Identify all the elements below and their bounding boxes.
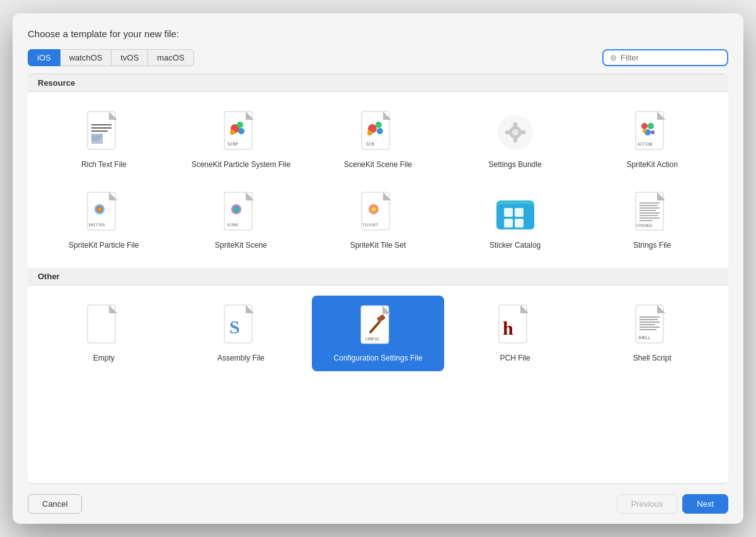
template-sticker-catalog[interactable]: Sticker Catalog (449, 183, 581, 258)
sticker-catalog-icon (493, 190, 538, 236)
shell-script-label: Shell Script (633, 354, 672, 364)
svg-text:SHELL: SHELL (638, 335, 651, 340)
config-settings-label: Configuration Settings File (334, 354, 423, 364)
shell-icon: SHELL (629, 303, 675, 349)
scn-icon: SCN (355, 110, 401, 155)
next-button[interactable]: Next (682, 494, 728, 514)
svg-point-51 (98, 207, 101, 211)
template-rich-text-file[interactable]: Rich Text File (38, 102, 170, 178)
template-scenekit-scene[interactable]: SCN SceneKit Scene File (312, 102, 444, 178)
svg-text:SCN: SCN (366, 142, 374, 147)
resource-grid: Rich Text File SCNP (28, 92, 728, 268)
svg-text:h: h (503, 318, 513, 338)
rich-text-icon (81, 110, 127, 155)
template-config-settings[interactable]: CONFIG Configuration Settings File (312, 296, 444, 371)
strings-icon: STRINGS (629, 190, 675, 236)
svg-text:S: S (229, 316, 240, 337)
filter-box: ⊜ (602, 49, 728, 66)
footer-right: Previous Next (617, 494, 728, 514)
empty-icon (81, 303, 127, 349)
pch-icon: h (493, 303, 538, 349)
footer-left: Cancel (28, 494, 82, 514)
svg-text:EMITTER: EMITTER (89, 222, 105, 227)
template-spritekit-tileset[interactable]: TILESET SpriteKit Tile Set (312, 183, 444, 258)
strings-file-label: Strings File (633, 241, 671, 251)
svg-point-41 (648, 123, 654, 129)
svg-rect-70 (515, 208, 524, 217)
settings-bundle-label: Settings Bundle (489, 160, 542, 170)
svg-rect-69 (504, 208, 513, 217)
svg-text:TILESET: TILESET (362, 222, 379, 227)
cancel-button[interactable]: Cancel (28, 494, 82, 514)
template-settings-bundle[interactable]: Settings Bundle (449, 102, 581, 178)
tileset-icon: TILESET (355, 190, 401, 236)
template-spritekit-particle[interactable]: EMITTER SpriteKit Particle File (38, 183, 170, 258)
template-strings-file[interactable]: STRINGS Strings File (586, 183, 718, 258)
scenekit-particle-label: SceneKit Particle System File (192, 160, 290, 170)
rich-text-file-label: Rich Text File (81, 160, 127, 170)
svg-point-16 (230, 130, 235, 135)
dialog-title: Choose a template for your new file: (13, 28, 743, 49)
svg-rect-6 (91, 134, 103, 144)
template-spritekit-scene-item[interactable]: SCENE SpriteKit Scene (175, 183, 307, 258)
assembly-file-label: Assembly File (217, 354, 265, 364)
spritekit-action-label: SpriteKit Action (627, 160, 678, 170)
other-grid: Empty S Assembly File (28, 286, 728, 381)
filter-input[interactable] (621, 53, 721, 62)
svg-point-43 (643, 129, 646, 133)
svg-point-22 (375, 122, 382, 128)
spritekit-particle-label: SpriteKit Particle File (69, 241, 139, 251)
template-chooser-dialog: Choose a template for your new file: iOS… (13, 13, 743, 524)
tab-macos[interactable]: macOS (148, 49, 193, 66)
svg-text:SCENE: SCENE (227, 222, 238, 227)
content-area: Resource (28, 74, 728, 484)
svg-point-28 (512, 129, 518, 136)
svg-text:CONFIG: CONFIG (365, 337, 379, 341)
template-spritekit-action[interactable]: ACTION SpriteKit Action (586, 102, 718, 178)
svg-text:ACTION: ACTION (638, 142, 653, 147)
scnp-icon: SCNP (218, 110, 263, 155)
config-icon: CONFIG (355, 303, 401, 349)
svg-point-40 (641, 123, 648, 129)
svg-text:STRINGS: STRINGS (636, 223, 653, 228)
action-icon: ACTION (629, 110, 675, 155)
spritekit-scene-label: SpriteKit Scene (215, 241, 267, 251)
svg-point-65 (372, 207, 375, 211)
sticker-catalog-label: Sticker Catalog (490, 241, 541, 251)
emitter-icon: EMITTER (81, 190, 127, 236)
svg-point-15 (238, 128, 244, 134)
template-assembly-file[interactable]: S Assembly File (175, 296, 307, 371)
svg-text:SCNP: SCNP (227, 142, 238, 147)
assembly-icon: S (218, 303, 263, 349)
settings-bundle-icon (493, 110, 538, 155)
svg-rect-72 (515, 219, 524, 228)
spritekit-scene-icon: SCENE (218, 190, 263, 236)
svg-point-58 (234, 207, 238, 211)
previous-button[interactable]: Previous (617, 494, 678, 514)
svg-point-44 (651, 130, 655, 134)
pch-file-label: PCH File (500, 354, 530, 364)
spritekit-tileset-label: SpriteKit Tile Set (350, 241, 406, 251)
section-other-header: Other (28, 268, 728, 286)
tab-watchos[interactable]: watchOS (60, 49, 112, 66)
svg-rect-71 (504, 219, 513, 228)
svg-point-23 (377, 128, 383, 134)
template-pch-file[interactable]: h PCH File (449, 296, 581, 371)
template-shell-script[interactable]: SHELL Shell Script (586, 296, 718, 371)
section-resource-header: Resource (28, 74, 728, 92)
tab-ios[interactable]: iOS (28, 49, 60, 66)
tab-tvos[interactable]: tvOS (112, 49, 148, 66)
svg-point-24 (367, 130, 372, 136)
scenekit-scene-label: SceneKit Scene File (344, 160, 412, 170)
filter-icon: ⊜ (610, 53, 617, 62)
template-scenekit-particle[interactable]: SCNP SceneKit Particle System File (175, 102, 307, 178)
toolbar: iOS watchOS tvOS macOS ⊜ (13, 49, 743, 74)
dialog-footer: Cancel Previous Next (13, 484, 743, 524)
template-empty[interactable]: Empty (38, 296, 170, 371)
empty-label: Empty (93, 354, 115, 364)
svg-point-14 (237, 122, 243, 128)
